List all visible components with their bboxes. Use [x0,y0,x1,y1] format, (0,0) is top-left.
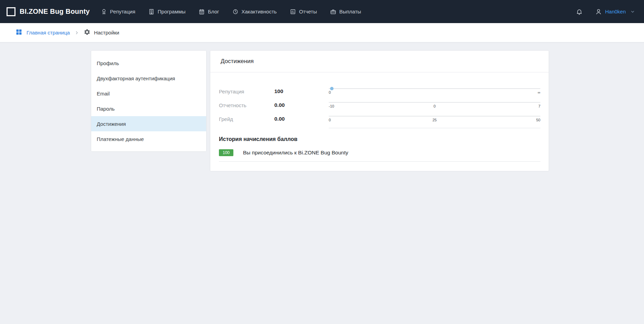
slider-scale: -10 0 7 [329,104,540,108]
nav-item-label: Блог [208,9,219,14]
user-menu[interactable]: Han0ken [595,8,635,15]
brand[interactable]: BI.ZONE Bug Bounty [7,7,90,16]
scale-max: 7 [538,104,540,108]
brand-name: BI.ZONE Bug Bounty [20,8,90,16]
metric-label: Репутация [219,89,274,94]
nav-item-label: Хакактивность [242,9,277,14]
history-section: История начисления баллов 100 Вы присоед… [210,128,549,171]
grade-slider: 0 25 50 [329,116,540,122]
nav-item-blog[interactable]: Блог [199,9,219,15]
scale-mid: 0 [433,104,435,108]
bizone-logo-icon [7,7,15,16]
nav-item-label: Репутация [110,9,135,14]
card-title: Достижения [210,51,549,72]
breadcrumb: Главная страница Настройки [0,23,644,42]
username: Han0ken [605,9,626,14]
scale-max: ∞ [538,90,540,94]
scale-min: -10 [329,104,334,108]
gear-icon [84,29,91,37]
menu-item-label: Достижения [97,121,126,127]
metric-value: 0.00 [274,102,329,108]
settings-menu: Профиль Двухфакторная аутентификация Ema… [91,51,206,151]
reports-icon [290,9,296,15]
user-icon [595,8,602,15]
history-entry-text: Вы присоединились к Bi.ZONE Bug Bounty [243,150,348,156]
slider-track [329,116,540,117]
menu-item-profile[interactable]: Профиль [91,55,206,71]
slider-scale: 0 25 50 [329,118,540,122]
slider-track [329,88,540,89]
nav-item-label: Программы [158,9,186,14]
menu-item-label: Двухфакторная аутентификация [97,75,175,81]
breadcrumb-current: Настройки [84,29,119,37]
menu-item-label: Пароль [97,106,115,112]
nav-item-label: Выплаты [339,9,361,14]
slider-scale: 0 ∞ [329,90,540,94]
navbar-right: Han0ken [576,8,635,15]
top-navbar: BI.ZONE Bug Bounty Репутация Программы Б… [0,0,644,23]
menu-item-email[interactable]: Email [91,86,206,101]
programs-icon [148,9,155,15]
menu-item-label: Email [97,91,110,97]
history-row: 100 Вы присоединились к Bi.ZONE Bug Boun… [219,149,540,162]
scale-min: 0 [329,118,331,122]
nav-item-label: Отчеты [299,9,317,14]
reputation-slider: 0 ∞ [329,88,540,94]
page-content: Профиль Двухфакторная аутентификация Ema… [0,42,644,324]
home-grid-icon [15,29,22,37]
nav-item-hackactivity[interactable]: Хакактивность [232,9,277,15]
scale-mid: 25 [432,118,436,122]
metric-value: 0.00 [274,116,329,122]
points-badge: 100 [219,149,233,156]
achievements-card: Достижения Репутация 100 0 ∞ Отчетн [210,51,549,171]
breadcrumb-home-label: Главная страница [27,30,70,36]
menu-item-payment-details[interactable]: Платежные данные [91,131,206,146]
menu-item-label: Платежные данные [97,136,144,142]
menu-item-2fa[interactable]: Двухфакторная аутентификация [91,71,206,86]
breadcrumb-current-label: Настройки [94,30,119,36]
reputation-icon [101,9,107,15]
nav-item-payouts[interactable]: Выплаты [330,9,361,15]
metric-value: 100 [274,88,329,94]
main-nav: Репутация Программы Блог Хакактивность О… [101,9,361,15]
nav-item-reputation[interactable]: Репутация [101,9,135,15]
metric-row-grade: Грейд 0.00 0 25 50 [210,112,549,126]
menu-item-password[interactable]: Пароль [91,101,206,116]
metric-label: Отчетность [219,102,274,108]
scale-max: 50 [536,118,540,122]
menu-item-achievements[interactable]: Достижения [91,116,206,131]
breadcrumb-home-link[interactable]: Главная страница [15,29,70,37]
chevron-down-icon [630,9,635,14]
scale-min: 0 [329,90,331,94]
history-title: История начисления баллов [219,136,540,142]
nav-item-reports[interactable]: Отчеты [290,9,317,15]
slider-track [329,102,540,103]
metric-row-reporting: Отчетность 0.00 -10 0 7 [210,98,549,112]
metric-label: Грейд [219,116,274,122]
payouts-icon [330,9,336,15]
metrics-section: Репутация 100 0 ∞ Отчетность 0.00 [210,72,549,128]
reporting-slider: -10 0 7 [329,102,540,108]
slider-marker[interactable] [330,87,334,90]
chevron-right-icon [75,31,79,35]
menu-item-label: Профиль [97,60,119,66]
hackactivity-icon [232,9,239,15]
notifications-bell-icon[interactable] [576,8,583,15]
blog-icon [199,9,205,15]
metric-row-reputation: Репутация 100 0 ∞ [210,84,549,98]
nav-item-programs[interactable]: Программы [148,9,186,15]
